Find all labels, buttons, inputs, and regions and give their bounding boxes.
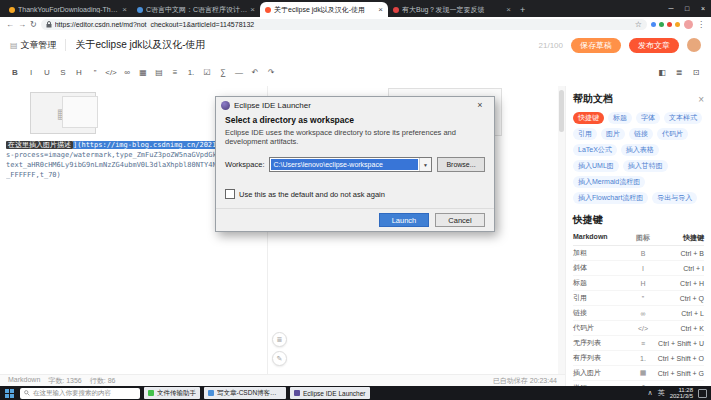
help-tag[interactable]: 导出与导入 xyxy=(652,192,697,204)
help-tag[interactable]: 字体 xyxy=(636,112,660,124)
tab-close-icon[interactable]: × xyxy=(506,5,511,14)
vertical-scrollbar[interactable] xyxy=(558,86,565,374)
heading-icon[interactable]: H xyxy=(72,64,86,80)
shortcut-row: 链接∞Ctrl + L xyxy=(573,306,704,321)
bookmark-star-icon[interactable]: ☆ xyxy=(635,20,642,29)
browse-button[interactable]: Browse... xyxy=(437,157,485,172)
help-tag[interactable]: 插入表格 xyxy=(621,144,659,156)
new-tab-button[interactable]: + xyxy=(520,5,525,15)
image-icon[interactable]: ▦ xyxy=(136,64,150,80)
shortcut-icon: ≡ xyxy=(629,340,657,347)
help-tag[interactable]: 链接 xyxy=(629,128,653,140)
fullscreen-icon[interactable]: ⊡ xyxy=(689,64,703,80)
publish-button[interactable]: 发布文章 xyxy=(629,38,679,53)
cancel-button[interactable]: Cancel xyxy=(435,213,485,227)
workspace-combobox[interactable]: C:\Users\lenovo\eclipse-workspace ▼ xyxy=(269,157,432,172)
ordered-list-icon[interactable]: 1. xyxy=(184,64,198,80)
underline-icon[interactable]: U xyxy=(40,64,54,80)
bold-icon[interactable]: B xyxy=(8,64,22,80)
formula-icon[interactable]: ∑ xyxy=(216,64,230,80)
help-tag[interactable]: 标题 xyxy=(608,112,632,124)
forward-icon[interactable]: → xyxy=(18,20,26,30)
extension-icon[interactable] xyxy=(659,22,664,27)
editor-header: ▤ 文章管理 21/100 保存草稿 发布文章 xyxy=(0,32,711,59)
help-tag[interactable]: LaTeX公式 xyxy=(573,144,617,156)
refresh-icon[interactable]: ↻ xyxy=(30,20,37,30)
help-tag[interactable]: 插入Mermaid流程图 xyxy=(573,176,645,188)
help-tag[interactable]: 引用 xyxy=(573,128,597,140)
taskbar-window-label: 写文章-CSDN博客编辑器 xyxy=(217,389,282,398)
close-button[interactable]: × xyxy=(695,0,711,17)
help-tag[interactable]: 插入Flowchart流程图 xyxy=(573,192,648,204)
combobox-dropdown-icon[interactable]: ▼ xyxy=(419,158,431,171)
catalog-icon[interactable]: ≣ xyxy=(672,64,686,80)
minimize-button[interactable]: ─ xyxy=(663,0,679,17)
back-icon[interactable]: ← xyxy=(6,20,14,30)
taskbar-window-button[interactable]: 写文章-CSDN博客编辑器 xyxy=(204,387,286,399)
search-icon xyxy=(24,390,30,396)
tab-close-icon[interactable]: × xyxy=(378,5,383,14)
start-button[interactable] xyxy=(0,386,18,400)
browser-tab[interactable]: C语言中文网：C语言程序设计门户× xyxy=(132,2,260,17)
url-input[interactable] xyxy=(55,21,632,28)
edit-float-button[interactable]: ✎ xyxy=(272,351,287,366)
help-tag[interactable]: 插入甘特图 xyxy=(623,160,668,172)
help-tag[interactable]: 图片 xyxy=(601,128,625,140)
article-manage-link[interactable]: ▤ 文章管理 xyxy=(10,39,57,52)
workspace-path-value[interactable]: C:\Users\lenovo\eclipse-workspace xyxy=(271,159,418,170)
browser-tab[interactable]: 关于eclipse jdk以及汉化-使用× xyxy=(260,2,388,17)
save-draft-button[interactable]: 保存草稿 xyxy=(571,38,621,53)
browser-profile-avatar[interactable] xyxy=(684,20,693,29)
shortcut-icon: </> xyxy=(629,325,657,332)
dialog-close-icon[interactable]: × xyxy=(471,100,489,110)
redo-icon[interactable]: ↷ xyxy=(264,64,278,80)
shortcuts-col-markdown: Markdown xyxy=(573,233,629,243)
split-view-icon[interactable]: ◧ xyxy=(655,64,669,80)
italic-icon[interactable]: I xyxy=(24,64,38,80)
help-tag[interactable]: 插入UML图 xyxy=(573,160,619,172)
tray-caret-icon[interactable]: ∧ xyxy=(648,389,653,397)
taskbar-window-button[interactable]: Eclipse IDE Launcher xyxy=(290,387,370,399)
launch-button[interactable]: Launch xyxy=(379,213,429,227)
help-tag[interactable]: 快捷键 xyxy=(573,112,604,124)
tab-close-icon[interactable]: × xyxy=(250,5,255,14)
code-icon[interactable]: </> xyxy=(104,64,118,80)
strikethrough-icon[interactable]: S xyxy=(56,64,70,80)
input-language-indicator[interactable]: 英 xyxy=(658,388,665,398)
undo-icon[interactable]: ↶ xyxy=(248,64,262,80)
user-avatar[interactable] xyxy=(687,38,701,52)
shortcut-feature: 链接 xyxy=(573,308,629,318)
checklist-icon[interactable]: ☑ xyxy=(200,64,214,80)
extension-icon[interactable] xyxy=(651,22,656,27)
help-tag[interactable]: 文本样式 xyxy=(664,112,702,124)
browser-menu-icon[interactable]: ⋮ xyxy=(697,20,705,29)
taskbar-search[interactable]: 在这里输入你要搜索的内容 xyxy=(20,388,140,399)
tab-close-icon[interactable]: × xyxy=(122,5,127,14)
browser-tab[interactable]: ThankYouForDownloading-Thunder× xyxy=(4,2,132,17)
extension-icon[interactable] xyxy=(675,22,680,27)
action-center-icon[interactable] xyxy=(698,389,707,398)
tab-favicon xyxy=(393,7,399,13)
table-icon[interactable]: ▤ xyxy=(152,64,166,80)
extension-icon[interactable] xyxy=(667,22,672,27)
help-close-icon[interactable]: × xyxy=(698,94,704,105)
default-checkbox[interactable] xyxy=(225,189,235,199)
horizontal-rule-icon[interactable]: — xyxy=(232,64,246,80)
quote-icon[interactable]: ” xyxy=(88,64,102,80)
help-tag[interactable]: 代码片 xyxy=(657,128,688,140)
browser-tab[interactable]: 有大Bug？发现一定要反馈× xyxy=(388,2,516,17)
unordered-list-icon[interactable]: ≡ xyxy=(168,64,182,80)
shortcut-row: 斜体ICtrl + I xyxy=(573,261,704,276)
shortcut-keys: Ctrl + H xyxy=(657,280,704,287)
taskbar-clock[interactable]: 11:28 2021/3/5 xyxy=(670,387,693,400)
taskbar-window-button[interactable]: 文件传输助手 xyxy=(144,387,200,399)
shortcut-feature: 斜体 xyxy=(573,263,629,273)
link-icon[interactable]: ∞ xyxy=(120,64,134,80)
article-title-input[interactable] xyxy=(74,39,531,52)
url-box[interactable]: ☆ xyxy=(41,19,647,30)
shortcut-row: 插入图片▦Ctrl + Shift + G xyxy=(573,366,704,381)
catalog-float-button[interactable]: ≣ xyxy=(272,332,287,347)
maximize-button[interactable]: □ xyxy=(679,0,695,17)
dialog-titlebar[interactable]: Eclipse IDE Launcher × xyxy=(216,97,494,113)
scrollbar-thumb[interactable] xyxy=(559,90,564,132)
